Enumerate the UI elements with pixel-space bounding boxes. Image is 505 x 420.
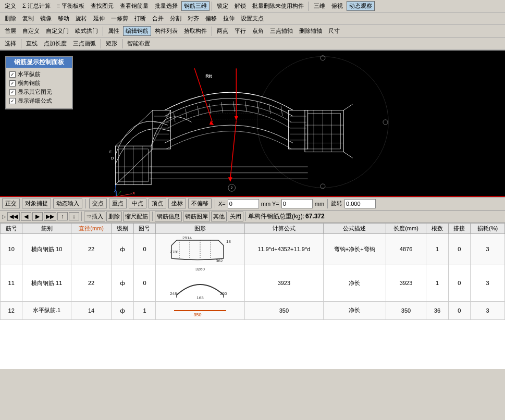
btn-three-point-axis[interactable]: 三点辅轴: [267, 26, 295, 36]
btn-delete-row[interactable]: 删除: [106, 212, 122, 221]
btn-dynamic-input[interactable]: 动态输入: [53, 199, 82, 208]
btn-3d[interactable]: 三维: [311, 1, 328, 11]
btn-rectangle[interactable]: 矩形: [103, 39, 120, 48]
cell-splice: 0: [448, 301, 470, 319]
btn-align[interactable]: 对齐: [185, 14, 202, 23]
btn-nav-prev[interactable]: ◀: [21, 212, 31, 221]
btn-merge[interactable]: 合并: [150, 14, 166, 23]
table-row[interactable]: 10 横向钢筋.10 22 ф 0 2914 18 362 2781: [1, 233, 505, 265]
btn-set-pivot[interactable]: 设置支点: [238, 14, 266, 23]
btn-vertex[interactable]: 顶点: [149, 199, 166, 208]
btn-point-angle[interactable]: 点角: [250, 26, 266, 36]
btn-coord[interactable]: 坐标: [168, 199, 186, 208]
x-input[interactable]: [228, 199, 259, 208]
btn-component-list[interactable]: 构件列表: [152, 26, 180, 36]
cell-formula: 11.9*d+4352+11.9*d: [245, 233, 323, 265]
cell-length: 350: [386, 301, 426, 319]
btn-summary[interactable]: Σ 汇总计算: [20, 1, 53, 11]
btn-parallel[interactable]: 平行: [232, 26, 249, 36]
btn-move[interactable]: 移动: [55, 14, 72, 23]
col-splice: 搭接: [448, 223, 470, 233]
btn-find[interactable]: 查找图元: [88, 1, 116, 11]
sep5: [21, 39, 21, 48]
btn-rotate[interactable]: 旋转: [73, 14, 90, 23]
cell-loss: 3: [471, 301, 505, 319]
btn-rebar-3d[interactable]: 钢筋三维: [181, 1, 210, 11]
btn-nav-last[interactable]: ▶▶: [44, 212, 56, 221]
btn-insert[interactable]: ⇒插入: [84, 212, 105, 221]
btn-trim[interactable]: 一修剪: [108, 14, 131, 23]
main-area: 钢筋显示控制面板 水平纵筋 横向钢筋 显示其它图元 显示详细公式: [0, 51, 505, 369]
btn-rebar-info[interactable]: 钢筋信息: [155, 212, 182, 221]
btn-properties[interactable]: 属性: [105, 26, 122, 36]
btn-batch-delete[interactable]: 批量删除未使用构件: [250, 1, 306, 11]
panel-item-3[interactable]: 显示其它图元: [9, 88, 69, 96]
btn-custom[interactable]: 自定义: [20, 26, 42, 36]
btn-unlock[interactable]: 解锁: [232, 1, 249, 11]
btn-offset[interactable]: 偏移: [203, 14, 219, 23]
cell-name: 水平纵筋.1: [22, 301, 71, 319]
btn-dimension[interactable]: 尺寸: [326, 26, 342, 36]
cell-formula: 3923: [245, 265, 323, 301]
cell-diameter: 22: [71, 233, 112, 265]
btn-nav-next[interactable]: ▶: [32, 212, 43, 221]
checkbox-other-elem[interactable]: [9, 89, 16, 95]
btn-select[interactable]: 选择: [2, 39, 19, 48]
btn-three-arc[interactable]: 三点画弧: [70, 39, 98, 48]
btn-define[interactable]: 定义: [2, 1, 19, 11]
btn-other[interactable]: 其他: [211, 212, 227, 221]
btn-nav-down[interactable]: ↓: [69, 212, 79, 220]
svg-text:Rit: Rit: [205, 73, 212, 79]
checkbox-horizontal[interactable]: [9, 71, 16, 78]
btn-line[interactable]: 直线: [23, 39, 40, 48]
btn-split[interactable]: 分割: [167, 14, 184, 23]
panel-item-1[interactable]: 水平纵筋: [9, 70, 69, 79]
sep1: [212, 2, 212, 11]
btn-extend[interactable]: 延伸: [91, 14, 107, 23]
btn-balance[interactable]: ≡ 平衡板板: [54, 1, 87, 11]
y-input[interactable]: [281, 199, 313, 208]
panel-item-2[interactable]: 横向钢筋: [9, 79, 69, 88]
btn-stretch[interactable]: 拉伸: [220, 14, 237, 23]
btn-snap[interactable]: 对象捕捉: [22, 199, 51, 208]
viewport[interactable]: 钢筋显示控制面板 水平纵筋 横向钢筋 显示其它图元 显示详细公式: [0, 51, 505, 197]
btn-delete-axis[interactable]: 删除辅轴: [297, 26, 325, 36]
table-row[interactable]: 11 横向钢筋.11 22 ф 0 3260 248 250 163: [1, 265, 505, 301]
btn-delete[interactable]: 删除: [2, 14, 19, 23]
btn-no-offset[interactable]: 不偏移: [188, 199, 212, 208]
btn-euro-arch[interactable]: 欧式拱门: [72, 26, 101, 36]
cell-grade: ф: [112, 265, 133, 301]
btn-mirror[interactable]: 镜像: [38, 14, 54, 23]
checkbox-detail-formula[interactable]: [9, 98, 16, 104]
rotate-label: 旋转: [331, 200, 342, 207]
btn-point-length[interactable]: 点加长度: [41, 39, 69, 48]
btn-resize[interactable]: 缩尺配筋: [123, 212, 150, 221]
nav-bar: ▷ ◀◀ ◀ ▶ ▶▶ ↑ ↓ ⇒插入 删除 缩尺配筋 钢筋信息 钢筋图库 其他…: [0, 211, 505, 223]
btn-center[interactable]: 中点: [129, 199, 146, 208]
btn-nav-first[interactable]: ◀◀: [7, 212, 20, 221]
btn-midpoint[interactable]: 重点: [109, 199, 127, 208]
btn-edit-rebar[interactable]: 编辑钢筋: [123, 26, 151, 36]
btn-batch-select[interactable]: 批量选择: [152, 1, 180, 11]
table-row[interactable]: 12 水平纵筋.1 14 ф 1 350 350 净长 350: [1, 301, 505, 319]
btn-two-points[interactable]: 两点: [214, 26, 231, 36]
btn-dynamic-view[interactable]: 动态观察: [347, 1, 375, 11]
btn-break[interactable]: 打断: [132, 14, 149, 23]
btn-nav-up[interactable]: ↑: [57, 212, 68, 220]
btn-top-view[interactable]: 俯视: [329, 1, 346, 11]
panel-item-4[interactable]: 显示详细公式: [9, 96, 69, 105]
btn-rebar-diagram[interactable]: 钢筋图库: [183, 212, 210, 221]
red-baseline: [0, 196, 505, 197]
btn-view-qty[interactable]: 查看钢筋量: [117, 1, 151, 11]
btn-ortho[interactable]: 正交: [2, 199, 20, 208]
btn-close[interactable]: 关闭: [228, 212, 243, 221]
rotate-input[interactable]: [344, 199, 376, 208]
btn-smart-layout[interactable]: 智能布置: [125, 39, 153, 48]
btn-custom-door[interactable]: 自定义门: [43, 26, 71, 36]
btn-intersect[interactable]: 交点: [89, 199, 107, 208]
btn-first-layer[interactable]: 首层: [2, 26, 19, 36]
btn-pick-component[interactable]: 拾取构件: [181, 26, 210, 36]
btn-copy[interactable]: 复制: [20, 14, 36, 23]
btn-lock[interactable]: 锁定: [214, 1, 231, 11]
checkbox-transverse[interactable]: [9, 80, 16, 87]
